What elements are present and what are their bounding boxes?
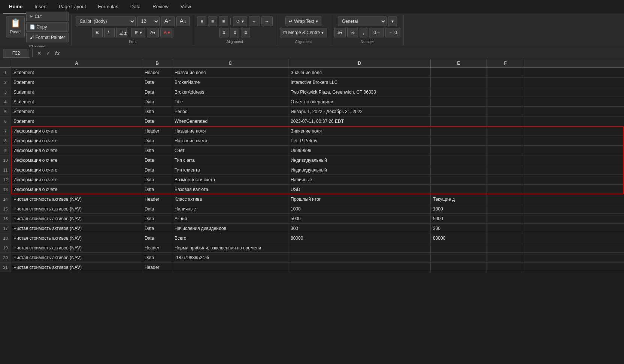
cell-d[interactable] [288,263,431,272]
cell-b[interactable]: Data [142,224,172,233]
cell-d[interactable]: Индивидуальный [288,165,431,175]
cell-e[interactable] [431,136,487,145]
bold-button[interactable]: B [92,28,103,37]
cell-d[interactable]: 2023-07-11, 00:37:26 EDT [288,116,431,126]
cell-e[interactable] [431,97,487,106]
indent-increase-button[interactable]: → [261,16,273,26]
increase-decimal-button[interactable]: .0→ [369,28,384,37]
cell-c[interactable]: Title [172,97,288,106]
cell-e[interactable] [431,253,487,262]
cell-e[interactable] [431,126,487,136]
cell-e[interactable]: 300 [431,224,487,233]
cell-c[interactable]: WhenGenerated [172,116,288,126]
cell-e[interactable] [431,116,487,126]
cell-f[interactable] [487,78,524,87]
cell-f[interactable] [487,116,524,126]
cell-d[interactable]: Индивидуальный [288,155,431,165]
cell-a[interactable]: Информация о счете [11,155,142,165]
align-top-left-button[interactable]: ≡ [197,16,206,26]
cell-c[interactable]: Акция [172,214,288,223]
cell-f[interactable] [487,136,524,145]
fill-color-button[interactable]: A▾ [147,28,159,37]
cell-a[interactable]: Чистая стоимость активов (NAV) [11,224,142,233]
cell-b[interactable]: Header [142,68,172,77]
tab-data[interactable]: Data [124,0,146,13]
col-header-a[interactable]: A [11,59,142,67]
align-bottom-right-button[interactable]: ≡ [241,28,250,37]
merge-center-button[interactable]: ⊡ Merge & Centre ▾ [280,28,327,37]
cancel-formula-icon[interactable]: ✕ [36,50,43,56]
cell-e[interactable] [431,185,487,194]
cell-b[interactable]: Data [142,78,172,87]
cell-a[interactable]: Чистая стоимость активов (NAV) [11,253,142,262]
number-format-selector[interactable]: General [338,16,387,26]
wrap-text-button[interactable]: ↵ Wrap Text ▾ [285,16,321,26]
cell-f[interactable] [487,253,524,262]
col-header-e[interactable]: E [431,59,487,67]
cell-b[interactable]: Data [142,107,172,116]
cell-a[interactable]: Statement [11,78,142,87]
number-format-dropdown[interactable]: ▾ [388,16,397,26]
cell-e[interactable] [431,243,487,252]
cell-f[interactable] [487,97,524,106]
cell-d[interactable]: 5000 [288,214,431,223]
cell-c[interactable]: Норма прибыли, взвешенная по времени [172,243,288,252]
cell-e[interactable] [431,78,487,87]
cell-f[interactable] [487,214,524,223]
cell-c[interactable]: -18.679889524% [172,253,288,262]
cell-f[interactable] [487,185,524,194]
cell-d[interactable]: U9999999 [288,146,431,155]
cell-d[interactable]: 80000 [288,233,431,243]
cell-f[interactable] [487,126,524,136]
confirm-formula-icon[interactable]: ✓ [45,50,52,56]
cell-b[interactable]: Data [142,116,172,126]
cell-e[interactable] [431,263,487,272]
cell-a[interactable]: Чистая стоимость активов (NAV) [11,243,142,252]
cell-c[interactable]: Класс актива [172,194,288,204]
cell-d[interactable]: Petr P Petrov [288,136,431,145]
cell-c[interactable]: Начисления дивидендов [172,224,288,233]
cell-a[interactable]: Информация о счете [11,175,142,184]
col-header-d[interactable]: D [288,59,431,67]
cell-a[interactable]: Statement [11,68,142,77]
cell-reference[interactable] [3,49,29,58]
cell-b[interactable]: Data [142,175,172,184]
cell-e[interactable] [431,146,487,155]
cell-a[interactable]: Statement [11,97,142,106]
align-bottom-left-button[interactable]: ≡ [219,28,228,37]
align-bottom-center-button[interactable]: ≡ [230,28,239,37]
cell-b[interactable]: Header [142,263,172,272]
increase-font-button[interactable]: A↑ [161,16,175,26]
cell-c[interactable]: BrokerAddress [172,87,288,97]
cell-f[interactable] [487,243,524,252]
cell-a[interactable]: Statement [11,87,142,97]
cell-c[interactable]: Period [172,107,288,116]
format-painter-button[interactable]: 🖌 Format Painter [26,33,69,42]
cell-f[interactable] [487,68,524,77]
cell-d[interactable]: 300 [288,224,431,233]
cell-c[interactable]: Название счета [172,136,288,145]
cell-b[interactable]: Data [142,185,172,194]
cell-c[interactable]: Счет [172,146,288,155]
tab-view[interactable]: View [175,0,197,13]
cell-b[interactable]: Data [142,146,172,155]
decrease-font-button[interactable]: A↓ [176,16,190,26]
cell-f[interactable] [487,204,524,213]
cell-a[interactable]: Statement [11,107,142,116]
cell-b[interactable]: Data [142,253,172,262]
cell-d[interactable]: Значение поля [288,126,431,136]
cell-c[interactable]: Возможности счета [172,175,288,184]
font-color-button[interactable]: A ▾ [160,28,173,37]
tab-formulas[interactable]: Formulas [92,0,124,13]
cell-a[interactable]: Информация о счете [11,136,142,145]
cell-e[interactable]: Текущие д [431,194,487,204]
cell-d[interactable]: Значение поля [288,68,431,77]
formula-input[interactable] [63,49,621,58]
cell-c[interactable]: Наличные [172,204,288,213]
cell-b[interactable]: Data [142,204,172,213]
cell-f[interactable] [487,175,524,184]
cell-b[interactable]: Data [142,87,172,97]
cell-d[interactable]: Прошлый итог [288,194,431,204]
font-size-selector[interactable]: 12 [137,16,160,26]
cell-b[interactable]: Data [142,136,172,145]
